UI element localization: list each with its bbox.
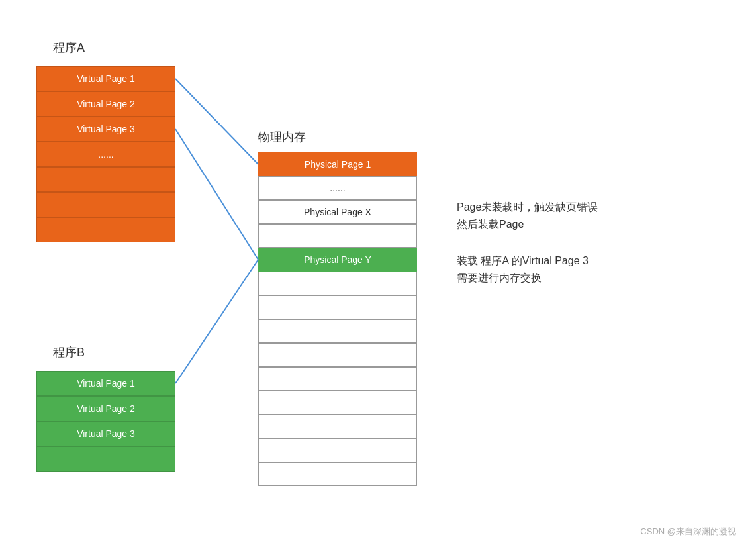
svg-line-1	[175, 129, 258, 260]
phys-empty-8	[258, 415, 417, 438]
svg-line-2	[175, 260, 258, 383]
phys-empty-3	[258, 295, 417, 319]
phys-empty-5	[258, 343, 417, 367]
phys-page-1: Physical Page 1	[258, 152, 417, 176]
prog-b-label: 程序B	[53, 344, 85, 360]
virt-b-page-1: Virtual Page 1	[36, 371, 175, 396]
phys-empty-9	[258, 438, 417, 462]
phys-empty-1	[258, 224, 417, 248]
physical-memory-block: Physical Page 1 ...... Physical Page X P…	[258, 152, 417, 486]
note-2-line-2: 需要进行内存交换	[457, 270, 598, 287]
phys-page-y: Physical Page Y	[258, 248, 417, 272]
phys-empty-2	[258, 272, 417, 295]
virt-a-empty-3	[36, 217, 175, 242]
virt-b-page-3: Virtual Page 3	[36, 421, 175, 446]
virt-b-empty-1	[36, 446, 175, 472]
note-1-line-2: 然后装载Page	[457, 216, 598, 233]
note-1-line-1: Page未装载时，触发缺页错误	[457, 199, 598, 216]
virtual-pages-b: Virtual Page 1 Virtual Page 2 Virtual Pa…	[36, 371, 175, 472]
phys-empty-4	[258, 319, 417, 343]
phys-mem-label: 物理内存	[258, 129, 306, 145]
virt-a-empty-1	[36, 167, 175, 192]
virt-a-page-2: Virtual Page 2	[36, 91, 175, 117]
virtual-pages-a: Virtual Page 1 Virtual Page 2 Virtual Pa…	[36, 66, 175, 242]
note-1: Page未装载时，触发缺页错误 然后装载Page	[457, 199, 598, 232]
notes-section: Page未装载时，触发缺页错误 然后装载Page 装载 程序A 的Virtual…	[457, 199, 598, 306]
diagram-container: 程序A 程序B 物理内存 Virtual Page 1 Virtual Page…	[0, 0, 756, 551]
phys-page-x: Physical Page X	[258, 200, 417, 224]
virt-b-page-2: Virtual Page 2	[36, 396, 175, 421]
note-2-line-1: 装载 程序A 的Virtual Page 3	[457, 252, 598, 270]
phys-empty-6	[258, 367, 417, 391]
svg-line-0	[175, 79, 258, 164]
virt-a-page-3: Virtual Page 3	[36, 117, 175, 142]
prog-a-label: 程序A	[53, 40, 85, 56]
virt-a-page-1: Virtual Page 1	[36, 66, 175, 91]
phys-dots: ......	[258, 176, 417, 200]
note-2: 装载 程序A 的Virtual Page 3 需要进行内存交换	[457, 252, 598, 286]
phys-empty-7	[258, 391, 417, 415]
virt-a-dots: ......	[36, 142, 175, 167]
virt-a-empty-2	[36, 192, 175, 217]
watermark: CSDN @来自深渊的凝视	[640, 526, 736, 538]
phys-empty-10	[258, 462, 417, 486]
